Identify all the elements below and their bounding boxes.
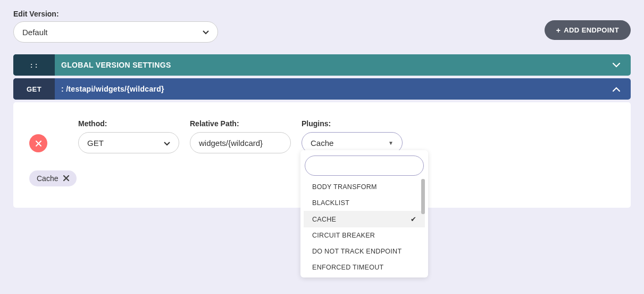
plugin-option-label: ENFORCED TIMEOUT	[312, 264, 383, 271]
global-bar-title: GLOBAL VERSION SETTINGS	[55, 61, 602, 69]
endpoint-bar-method: GET	[13, 78, 55, 100]
plugin-option-cache[interactable]: CACHE ✔	[304, 211, 425, 227]
plus-icon: +	[556, 26, 561, 35]
delete-endpoint-button[interactable]	[29, 134, 47, 152]
plugin-option-circuit-breaker[interactable]: CIRCUIT BREAKER	[304, 227, 425, 243]
relative-path-value: widgets/{wildcard}	[199, 138, 263, 148]
add-endpoint-button[interactable]: + ADD ENDPOINT	[545, 20, 631, 40]
plugins-dropdown: BODY TRANSFORM BLACKLIST CACHE ✔ CIRCUIT…	[300, 150, 428, 277]
method-select-value: GET	[87, 138, 104, 148]
plugin-chip-cache: Cache	[29, 170, 77, 186]
endpoint-bar-title: : /testapi/widgets/{wildcard}	[55, 85, 602, 93]
chevron-down-icon	[602, 61, 631, 69]
plugins-dropdown-search[interactable]	[305, 156, 424, 176]
caret-down-icon: ▼	[388, 140, 394, 146]
plugin-option-do-not-track[interactable]: DO NOT TRACK ENDPOINT	[304, 243, 425, 259]
plugin-option-label: BLACKLIST	[312, 199, 349, 207]
edit-version-label: Edit Version:	[13, 10, 218, 18]
plugin-option-label: CACHE	[312, 216, 336, 223]
method-label: Method:	[78, 119, 179, 128]
plugins-select-value: Cache	[311, 138, 333, 148]
plugins-dropdown-list: BODY TRANSFORM BLACKLIST CACHE ✔ CIRCUIT…	[304, 179, 425, 275]
chevron-up-icon	[602, 85, 631, 93]
chip-remove-button[interactable]	[63, 174, 69, 183]
endpoint-bar[interactable]: GET : /testapi/widgets/{wildcard}	[13, 78, 631, 100]
check-icon: ✔	[411, 215, 416, 223]
method-select[interactable]: GET	[78, 132, 179, 153]
add-endpoint-label: ADD ENDPOINT	[564, 26, 619, 34]
plugin-option-blacklist[interactable]: BLACKLIST	[304, 195, 425, 211]
chevron-down-icon	[164, 138, 170, 148]
path-label: Relative Path:	[190, 119, 291, 128]
plugin-chip-label: Cache	[37, 174, 58, 183]
global-bar-chip: : :	[13, 54, 55, 76]
plugin-option-enforced-timeout[interactable]: ENFORCED TIMEOUT	[304, 259, 425, 275]
plugin-option-label: CIRCUIT BREAKER	[312, 232, 375, 239]
plugin-option-body-transform[interactable]: BODY TRANSFORM	[304, 179, 425, 195]
relative-path-input[interactable]: widgets/{wildcard}	[190, 132, 291, 153]
plugins-label: Plugins:	[302, 119, 403, 128]
plugin-option-label: BODY TRANSFORM	[312, 183, 377, 191]
version-select-value: Default	[22, 28, 48, 37]
plugin-option-label: DO NOT TRACK ENDPOINT	[312, 248, 402, 255]
scrollbar[interactable]	[421, 179, 425, 214]
version-select[interactable]: Default	[13, 21, 218, 43]
chevron-down-icon	[203, 28, 209, 36]
global-settings-bar[interactable]: : : GLOBAL VERSION SETTINGS	[13, 54, 631, 76]
close-icon	[36, 141, 41, 146]
